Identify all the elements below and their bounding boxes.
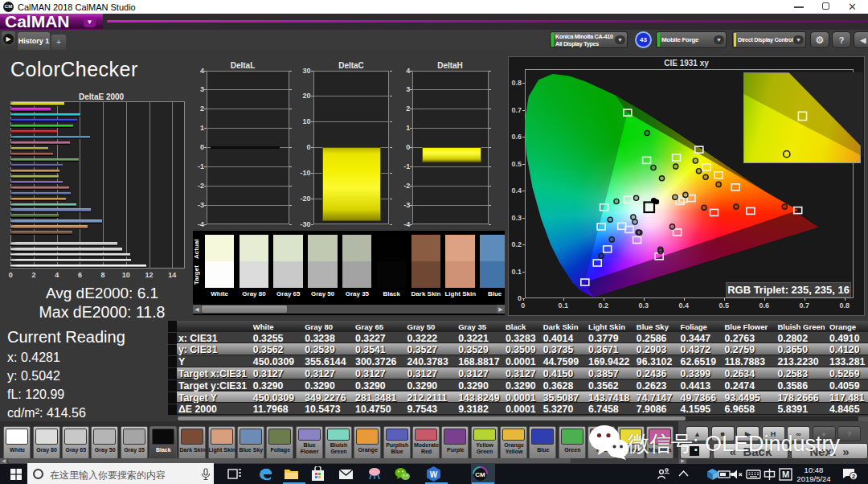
svg-text:CM: CM <box>475 471 485 478</box>
svg-text:W: W <box>430 470 438 479</box>
svg-text:2: 2 <box>852 473 856 480</box>
svg-text:M: M <box>782 470 789 479</box>
